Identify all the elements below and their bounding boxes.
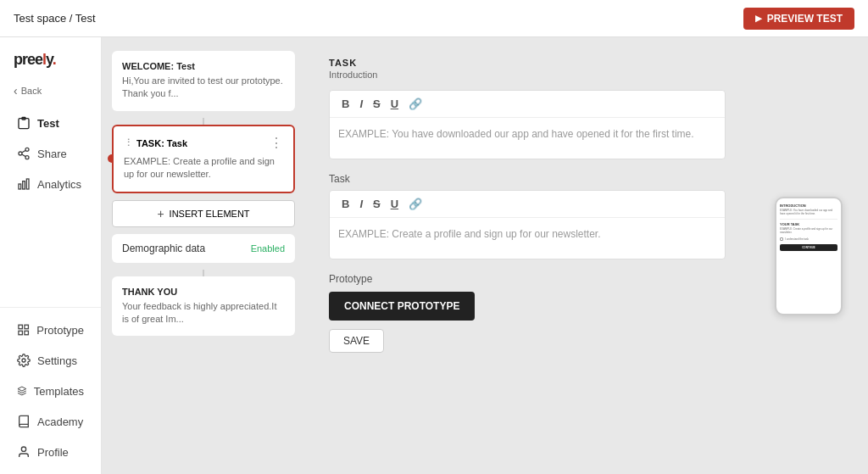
phone-intro-text: EXAMPLE: You have downloaded our app and… [780, 209, 837, 215]
back-link[interactable]: Back [0, 82, 101, 108]
sidebar-label-settings: Settings [37, 354, 77, 367]
intro-toolbar: B I S U 🔗 [330, 91, 725, 118]
demographic-status: Enabled [251, 243, 285, 254]
section-title: TASK [329, 58, 726, 68]
welcome-text: Hi,You are invited to test our prototype… [122, 75, 285, 101]
breadcrumb-separator: / [66, 12, 75, 25]
logo: preely. [0, 44, 101, 82]
link-button[interactable]: 🔗 [405, 96, 426, 112]
task-strikethrough-button[interactable]: S [370, 196, 384, 212]
phone-continue-button: CONTINUE [780, 244, 837, 251]
demographic-item[interactable]: Demographic data Enabled [112, 234, 295, 263]
task-underline-button[interactable]: U [387, 196, 402, 212]
welcome-item[interactable]: WELCOME: Test Hi,You are invited to test… [112, 51, 295, 111]
layers-icon [17, 384, 27, 398]
task-link-button[interactable]: 🔗 [405, 196, 426, 212]
preview-panel: INTRODUCTION EXAMPLE: You have downloade… [749, 37, 868, 474]
phone-task-text: EXAMPLE: Create a profile and sign up fo… [780, 227, 837, 234]
sidebar-label-profile: Profile [37, 446, 69, 459]
sidebar-item-prototype[interactable]: Prototype [3, 315, 97, 345]
task-italic-button[interactable]: I [356, 196, 366, 212]
intro-label: Introduction [329, 70, 726, 80]
header: Test space / Test PREVIEW TEST [0, 0, 868, 37]
phone-task-section: YOUR TASK EXAMPLE: Create a profile and … [780, 222, 837, 234]
underline-button[interactable]: U [387, 96, 402, 112]
sidebar-bottom: Prototype Settings Templates Academy Pro… [0, 307, 101, 467]
task-item[interactable]: TASK: Task ⋮ EXAMPLE: Create a profile a… [112, 125, 295, 193]
clipboard-icon [17, 116, 31, 130]
user-icon [17, 445, 31, 459]
save-button[interactable]: SAVE [329, 329, 384, 353]
phone-intro-section: INTRODUCTION EXAMPLE: You have downloade… [780, 204, 837, 215]
task-text: EXAMPLE: Create a profile and sign up fo… [124, 155, 283, 181]
svg-marker-12 [18, 387, 26, 391]
svg-rect-5 [23, 181, 25, 189]
sidebar-item-test[interactable]: Test [3, 108, 97, 138]
task-field-label: Task [329, 173, 726, 185]
grid-icon [17, 323, 30, 337]
svg-rect-4 [19, 184, 21, 189]
phone-checkbox-label: I understand the task [785, 237, 809, 241]
intro-editor: B I S U 🔗 EXAMPLE: You have downloaded o… [329, 90, 726, 159]
svg-rect-6 [26, 179, 29, 189]
insert-element-button[interactable]: INSERT ELEMENT [112, 200, 295, 227]
book-icon [17, 415, 31, 428]
intro-content[interactable]: EXAMPLE: You have downloaded our app and… [330, 118, 725, 159]
phone-checkbox-row: I understand the task [780, 237, 837, 241]
svg-rect-10 [25, 331, 28, 334]
connect-prototype-button[interactable]: CONNECT PROTOTYPE [329, 292, 475, 321]
svg-point-2 [19, 152, 22, 155]
welcome-title: WELCOME: Test [122, 61, 285, 71]
strikethrough-button[interactable]: S [370, 96, 384, 112]
sidebar-item-academy[interactable]: Academy [3, 406, 97, 437]
main-layout: preely. Back Test Share Analytics Protot… [0, 37, 868, 474]
phone-task-label: YOUR TASK [780, 222, 837, 226]
svg-rect-8 [25, 325, 28, 328]
sidebar-label-analytics: Analytics [37, 178, 81, 191]
bar-chart-icon [17, 177, 31, 191]
phone-checkbox [780, 237, 783, 241]
settings-icon [17, 354, 31, 367]
connector-1 [203, 118, 204, 125]
task-editor: B I S U 🔗 EXAMPLE: Create a profile and … [329, 190, 726, 259]
sidebar-nav: Test Share Analytics [0, 108, 101, 307]
sidebar-label-share: Share [37, 148, 67, 160]
preview-button[interactable]: PREVIEW TEST [743, 8, 854, 30]
sidebar-item-templates[interactable]: Templates [3, 376, 97, 406]
svg-point-1 [25, 148, 29, 151]
sidebar-label-templates: Templates [34, 385, 84, 398]
task-options-button[interactable]: ⋮ [270, 137, 283, 150]
sidebar-item-settings[interactable]: Settings [3, 345, 97, 376]
task-title: TASK: Task [124, 137, 187, 148]
bold-button[interactable]: B [338, 96, 353, 112]
svg-rect-9 [19, 331, 22, 334]
connector-2 [203, 270, 204, 276]
edit-panel: TASK Introduction B I S U 🔗 EXAMPLE: You… [305, 37, 749, 474]
phone-intro-label: INTRODUCTION [780, 204, 837, 208]
breadcrumb-page: Test [75, 12, 96, 25]
svg-point-13 [21, 447, 25, 451]
task-bold-button[interactable]: B [338, 196, 353, 212]
sidebar-item-share[interactable]: Share [3, 138, 97, 169]
phone-mockup: INTRODUCTION EXAMPLE: You have downloade… [775, 197, 843, 315]
thank-you-item[interactable]: THANK YOU Your feedback is highly apprec… [112, 276, 295, 337]
svg-point-3 [25, 156, 29, 159]
sidebar-item-profile[interactable]: Profile [3, 437, 97, 467]
sidebar-item-analytics[interactable]: Analytics [3, 169, 97, 199]
svg-rect-7 [19, 325, 22, 328]
demographic-label: Demographic data [122, 243, 205, 254]
phone-divider [780, 219, 837, 220]
svg-point-11 [22, 359, 25, 362]
task-content[interactable]: EXAMPLE: Create a profile and sign up fo… [330, 218, 725, 259]
sidebar-label-prototype: Prototype [36, 324, 84, 337]
content-area: WELCOME: Test Hi,You are invited to test… [102, 37, 868, 474]
breadcrumb-space: Test space [14, 12, 66, 25]
sidebar: preely. Back Test Share Analytics Protot… [0, 37, 102, 474]
thank-you-text: Your feedback is highly appreciated.It i… [122, 300, 285, 326]
share-icon [17, 147, 31, 160]
task-header: TASK: Task ⋮ [124, 137, 283, 150]
breadcrumb: Test space / Test [14, 12, 96, 25]
left-panel: WELCOME: Test Hi,You are invited to test… [102, 37, 305, 474]
italic-button[interactable]: I [356, 96, 366, 112]
thank-you-title: THANK YOU [122, 287, 285, 297]
